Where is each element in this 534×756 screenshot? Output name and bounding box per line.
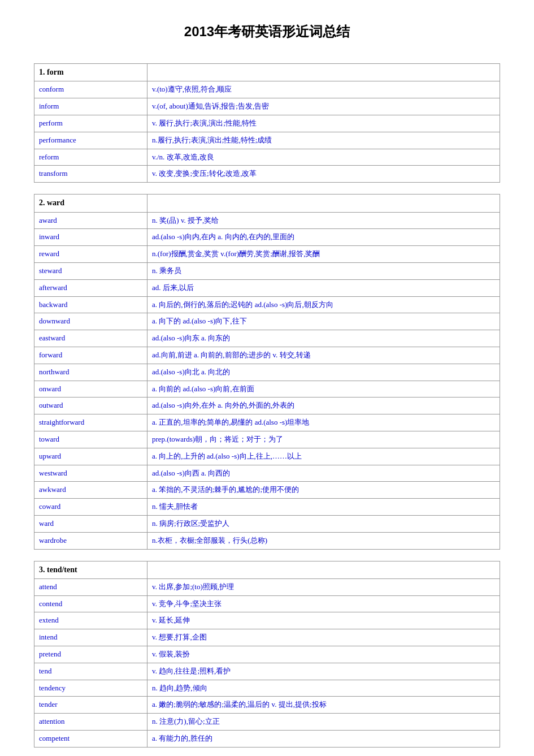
- word-cell: performance: [34, 132, 147, 149]
- word-cell: steward: [34, 262, 147, 279]
- def-cell: n. 病房;行政区;受监护人: [147, 515, 500, 532]
- def-cell: n.衣柜，衣橱;全部服装，行头(总称): [147, 532, 500, 549]
- table-row: performv. 履行,执行;表演,演出;性能,特性: [34, 115, 500, 132]
- word-cell: pretend: [34, 646, 147, 663]
- section-header-row: 3. tend/tent: [34, 561, 500, 578]
- word-cell: conform: [34, 81, 147, 98]
- def-cell: n. 注意(力),留心;立正: [147, 714, 500, 731]
- table-row: contendv. 竞争,斗争;坚决主张: [34, 595, 500, 612]
- table-row: backwarda. 向后的,倒行的,落后的;迟钝的 ad.(also -s)向…: [34, 296, 500, 313]
- table-row: onwarda. 向前的 ad.(also -s)向前,在前面: [34, 381, 500, 398]
- table-row: eastwardad.(also -s)向东 a. 向东的: [34, 330, 500, 347]
- table-row: tendv. 趋向,往往是;照料,看护: [34, 663, 500, 680]
- table-row: straightforwarda. 正直的,坦率的;简单的,易懂的 ad.(al…: [34, 414, 500, 431]
- word-cell: afterward: [34, 279, 147, 296]
- table-row: forwardad.向前,前进 a. 向前的,前部的;进步的 v. 转交,转递: [34, 347, 500, 364]
- word-cell: tend: [34, 663, 147, 680]
- def-cell: n. 懦夫,胆怯者: [147, 499, 500, 516]
- word-cell: backward: [34, 296, 147, 313]
- table-row: cowardn. 懦夫,胆怯者: [34, 499, 500, 516]
- def-cell: v./n. 改革,改造,改良: [147, 149, 500, 166]
- table-row: attendv. 出席,参加;(to)照顾,护理: [34, 578, 500, 595]
- table-row: afterwardad. 后来,以后: [34, 279, 500, 296]
- word-cell: coward: [34, 499, 147, 516]
- table-row: stewardn. 乘务员: [34, 262, 500, 279]
- word-cell: straightforward: [34, 414, 147, 431]
- word-cell: eastward: [34, 330, 147, 347]
- table-row: competenta. 有能力的,胜任的: [34, 731, 500, 748]
- def-cell: v. 改变,变换;变压;转化;改造,改革: [147, 166, 500, 183]
- word-cell: ward: [34, 515, 147, 532]
- word-cell: reward: [34, 246, 147, 263]
- def-cell: ad.(also -s)向内,在内 a. 向内的,在内的,里面的: [147, 229, 500, 246]
- section-header-def: [147, 64, 500, 81]
- def-cell: a. 正直的,坦率的;简单的,易懂的 ad.(also -s)坦率地: [147, 414, 500, 431]
- section-header-label: 2. ward: [34, 195, 147, 212]
- section-table: 2. wardawardn. 奖(品) v. 授予,奖给inwardad.(al…: [34, 194, 500, 549]
- def-cell: a. 向后的,倒行的,落后的;迟钝的 ad.(also -s)向后,朝反方向: [147, 296, 500, 313]
- def-cell: a. 向下的 ad.(also -s)向下,往下: [147, 313, 500, 330]
- table-row: tendencyn. 趋向,趋势,倾向: [34, 680, 500, 697]
- table-row: performancen.履行,执行;表演,演出;性能,特性;成绩: [34, 132, 500, 149]
- def-cell: v.(of, about)通知,告诉,报告;告发,告密: [147, 98, 500, 115]
- def-cell: v. 竞争,斗争;坚决主张: [147, 595, 500, 612]
- table-row: pretendv. 假装,装扮: [34, 646, 500, 663]
- def-cell: a. 笨拙的,不灵活的;棘手的,尴尬的;使用不便的: [147, 482, 500, 499]
- word-cell: forward: [34, 347, 147, 364]
- table-row: towardprep.(towards)朝，向；将近；对于；为了: [34, 431, 500, 448]
- table-row: upwarda. 向上的,上升的 ad.(also -s)向上,往上,……以上: [34, 448, 500, 465]
- section-header-row: 2. ward: [34, 195, 500, 212]
- def-cell: v. 假装,装扮: [147, 646, 500, 663]
- def-cell: ad.(also -s)向东 a. 向东的: [147, 330, 500, 347]
- table-row: wardn. 病房;行政区;受监护人: [34, 515, 500, 532]
- word-cell: attention: [34, 714, 147, 731]
- def-cell: a. 向前的 ad.(also -s)向前,在前面: [147, 381, 500, 398]
- def-cell: n.履行,执行;表演,演出;性能,特性;成绩: [147, 132, 500, 149]
- def-cell: a. 向上的,上升的 ad.(also -s)向上,往上,……以上: [147, 448, 500, 465]
- table-row: outwardad.(also -s)向外,在外 a. 向外的,外面的,外表的: [34, 398, 500, 414]
- def-cell: n. 趋向,趋势,倾向: [147, 680, 500, 697]
- table-row: downwarda. 向下的 ad.(also -s)向下,往下: [34, 313, 500, 330]
- section-header-label: 1. form: [34, 64, 147, 81]
- word-cell: outward: [34, 398, 147, 414]
- table-row: awardn. 奖(品) v. 授予,奖给: [34, 212, 500, 229]
- table-row: intendv. 想要,打算,企图: [34, 629, 500, 646]
- word-cell: transform: [34, 166, 147, 183]
- def-cell: prep.(towards)朝，向；将近；对于；为了: [147, 431, 500, 448]
- word-cell: award: [34, 212, 147, 229]
- word-cell: inward: [34, 229, 147, 246]
- def-cell: n. 乘务员: [147, 262, 500, 279]
- page-title: 2013年考研英语形近词总结: [34, 23, 500, 41]
- table-row: rewardn.(for)报酬,赏金,奖赏 v.(for)酬劳,奖赏;酬谢,报答…: [34, 246, 500, 263]
- table-row: extendv. 延长,延伸: [34, 612, 500, 629]
- section-header-row: 1. form: [34, 64, 500, 81]
- word-cell: perform: [34, 115, 147, 132]
- word-cell: upward: [34, 448, 147, 465]
- table-row: tendera. 嫩的;脆弱的;敏感的;温柔的,温后的 v. 提出,提供;投标: [34, 697, 500, 714]
- def-cell: ad.(also -s)向外,在外 a. 向外的,外面的,外表的: [147, 398, 500, 414]
- def-cell: v. 出席,参加;(to)照顾,护理: [147, 578, 500, 595]
- def-cell: v. 履行,执行;表演,演出;性能,特性: [147, 115, 500, 132]
- table-row: transformv. 改变,变换;变压;转化;改造,改革: [34, 166, 500, 183]
- word-cell: inform: [34, 98, 147, 115]
- def-cell: v. 延长,延伸: [147, 612, 500, 629]
- def-cell: ad.向前,前进 a. 向前的,前部的;进步的 v. 转交,转递: [147, 347, 500, 364]
- def-cell: v.(to)遵守,依照,符合,顺应: [147, 81, 500, 98]
- def-cell: n. 奖(品) v. 授予,奖给: [147, 212, 500, 229]
- table-row: reformv./n. 改革,改造,改良: [34, 149, 500, 166]
- table-row: inwardad.(also -s)向内,在内 a. 向内的,在内的,里面的: [34, 229, 500, 246]
- def-cell: a. 嫩的;脆弱的;敏感的;温柔的,温后的 v. 提出,提供;投标: [147, 697, 500, 714]
- word-cell: tender: [34, 697, 147, 714]
- table-row: westwardad.(also -s)向西 a. 向西的: [34, 465, 500, 482]
- word-cell: wardrobe: [34, 532, 147, 549]
- word-cell: westward: [34, 465, 147, 482]
- word-cell: onward: [34, 381, 147, 398]
- table-row: informv.(of, about)通知,告诉,报告;告发,告密: [34, 98, 500, 115]
- word-cell: northward: [34, 364, 147, 381]
- def-cell: a. 有能力的,胜任的: [147, 731, 500, 748]
- section-header-label: 3. tend/tent: [34, 561, 147, 578]
- word-cell: extend: [34, 612, 147, 629]
- def-cell: ad.(also -s)向北 a. 向北的: [147, 364, 500, 381]
- table-row: northwardad.(also -s)向北 a. 向北的: [34, 364, 500, 381]
- section-header-def: [147, 561, 500, 578]
